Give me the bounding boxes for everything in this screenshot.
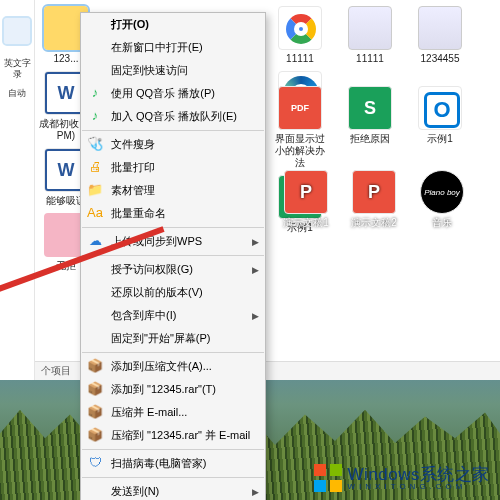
menu-item-icon: 📦 [87,358,103,374]
menu-item-label: 压缩并 E-mail... [111,406,187,418]
menu-item[interactable]: 🩺文件瘦身 [81,133,265,156]
menu-item[interactable]: 发送到(N)▶ [81,480,265,500]
file-label: 1234455 [411,53,469,65]
menu-item-label: 压缩到 "12345.rar" 并 E-mail [111,429,250,441]
sidebar: 英文字录 自动 [0,0,35,380]
sidebar-item-label[interactable]: 英文字录 [0,58,34,80]
menu-item-label: 添加到 "12345.rar"(T) [111,383,216,395]
file-icon [418,6,462,50]
menu-item[interactable]: 在新窗口中打开(E) [81,36,265,59]
file-icon [420,170,464,214]
file-label: 11111 [271,53,329,65]
desktop-icons: 演示文稿1演示文稿2音乐 [278,170,498,229]
menu-separator [82,227,264,228]
sidebar-folder-icon[interactable] [4,18,30,44]
file-item[interactable]: 演示文稿1 [278,170,334,229]
menu-item-icon: ♪ [87,108,103,124]
menu-item-label: 批量打印 [111,161,155,173]
submenu-arrow-icon: ▶ [252,484,259,500]
menu-item[interactable]: 📦压缩到 "12345.rar" 并 E-mail [81,424,265,447]
file-label: 演示文稿1 [278,217,334,229]
menu-item-label: 素材管理 [111,184,155,196]
menu-item-label: 添加到压缩文件(A)... [111,360,212,372]
file-label: 音乐 [414,217,470,229]
menu-item-label: 发送到(N) [111,485,159,497]
menu-item-icon: 🩺 [87,136,103,152]
file-icon [352,170,396,214]
menu-item[interactable]: 📦添加到 "12345.rar"(T) [81,378,265,401]
file-label: 11111 [341,53,399,65]
file-item[interactable]: 界面显示过小的解决办法 [271,86,329,169]
menu-item[interactable]: 固定到"开始"屏幕(P) [81,327,265,350]
submenu-arrow-icon: ▶ [252,262,259,279]
file-label: 示例1 [411,133,469,145]
menu-item[interactable]: 📦添加到压缩文件(A)... [81,355,265,378]
menu-item-label: 批量重命名 [111,207,166,219]
menu-item[interactable]: ♪加入 QQ音乐 播放队列(E) [81,105,265,128]
file-item[interactable]: 11111 [271,6,329,65]
file-label: 界面显示过小的解决办法 [271,133,329,169]
menu-item-label: 固定到"开始"屏幕(P) [111,332,210,344]
file-item[interactable]: 示例1 [411,86,469,169]
menu-item[interactable]: Aa批量重命名 [81,202,265,225]
windows-logo-icon [314,464,342,492]
menu-item-icon: 📦 [87,381,103,397]
watermark: Windows系统之家 WINXITONG.COM [314,464,490,492]
menu-item[interactable]: 还原以前的版本(V) [81,281,265,304]
menu-item-label: 包含到库中(I) [111,309,176,321]
menu-item-label: 授予访问权限(G) [111,263,193,275]
menu-item-icon: 📦 [87,404,103,420]
file-label: 拒绝原因 [341,133,399,145]
file-item[interactable]: 1234455 [411,6,469,65]
menu-item[interactable]: 包含到库中(I)▶ [81,304,265,327]
watermark-text: Windows系统之家 [348,466,490,483]
menu-item[interactable]: ♪使用 QQ音乐 播放(P) [81,82,265,105]
menu-item-icon: 📁 [87,182,103,198]
watermark-url: WINXITONG.COM [348,483,490,491]
menu-item-label: 固定到快速访问 [111,64,188,76]
menu-item[interactable]: 🖨批量打印 [81,156,265,179]
menu-item-label: 文件瘦身 [111,138,155,150]
menu-item-label: 加入 QQ音乐 播放队列(E) [111,110,237,122]
file-item[interactable]: 拒绝原因 [341,86,399,169]
menu-item-label: 扫描病毒(电脑管家) [111,457,206,469]
menu-item[interactable]: 📦压缩并 E-mail... [81,401,265,424]
menu-item-label: 还原以前的版本(V) [111,286,203,298]
file-icon [348,86,392,130]
file-icon [278,86,322,130]
menu-separator [82,130,264,131]
menu-item-icon: 📦 [87,427,103,443]
file-icon [418,86,462,130]
menu-item[interactable]: 固定到快速访问 [81,59,265,82]
menu-item[interactable]: 打开(O) [81,13,265,36]
menu-item-icon: ♪ [87,85,103,101]
file-item[interactable]: 音乐 [414,170,470,229]
file-item[interactable]: 演示文稿2 [346,170,402,229]
file-item[interactable]: 11111 [341,6,399,65]
menu-item-label: 使用 QQ音乐 播放(P) [111,87,215,99]
sidebar-item-label[interactable]: 自动 [0,88,34,99]
menu-item-icon: ☁ [87,233,103,249]
menu-separator [82,449,264,450]
submenu-arrow-icon: ▶ [252,308,259,325]
file-label: 演示文稿2 [346,217,402,229]
submenu-arrow-icon: ▶ [252,234,259,251]
menu-item-label: 在新窗口中打开(E) [111,41,203,53]
menu-item-icon: Aa [87,205,103,221]
menu-separator [82,477,264,478]
menu-separator [82,352,264,353]
menu-item[interactable]: 🛡扫描病毒(电脑管家) [81,452,265,475]
menu-item[interactable]: 📁素材管理 [81,179,265,202]
menu-item-label: 打开(O) [111,18,149,30]
file-icon [278,6,322,50]
file-icon [348,6,392,50]
file-icon [284,170,328,214]
menu-item-icon: 🛡 [87,455,103,471]
menu-item-icon: 🖨 [87,159,103,175]
